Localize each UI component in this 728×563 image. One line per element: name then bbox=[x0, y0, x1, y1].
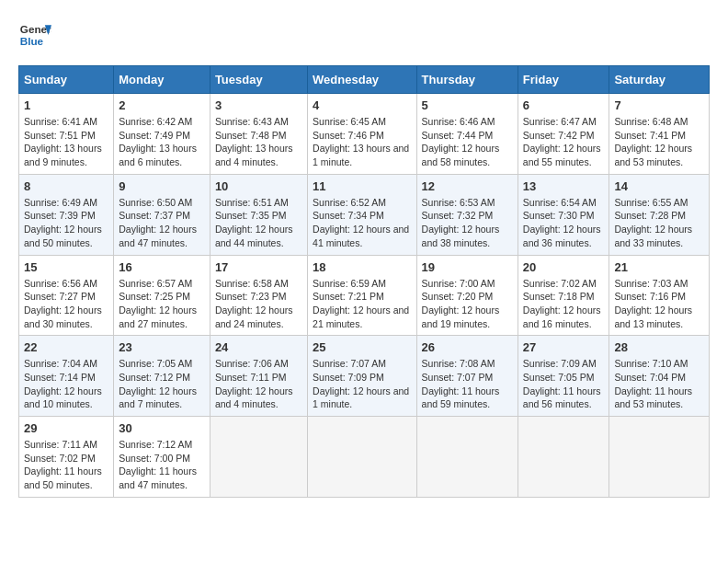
cell-content: Sunrise: 6:48 AMSunset: 7:41 PMDaylight:… bbox=[614, 116, 692, 167]
day-number: 10 bbox=[215, 179, 302, 193]
calendar-cell: 16 Sunrise: 6:57 AMSunset: 7:25 PMDaylig… bbox=[114, 255, 210, 336]
cell-content: Sunrise: 6:54 AMSunset: 7:30 PMDaylight:… bbox=[523, 197, 601, 248]
day-number: 15 bbox=[24, 260, 108, 274]
day-header-saturday: Saturday bbox=[609, 66, 710, 94]
week-row: 8 Sunrise: 6:49 AMSunset: 7:39 PMDayligh… bbox=[19, 174, 710, 255]
calendar-cell: 15 Sunrise: 6:56 AMSunset: 7:27 PMDaylig… bbox=[19, 255, 114, 336]
day-number: 13 bbox=[523, 179, 605, 193]
day-number: 22 bbox=[24, 340, 108, 354]
calendar-cell: 1 Sunrise: 6:41 AMSunset: 7:51 PMDayligh… bbox=[19, 94, 114, 175]
day-number: 2 bbox=[119, 98, 205, 112]
cell-content: Sunrise: 7:02 AMSunset: 7:18 PMDaylight:… bbox=[523, 278, 601, 329]
calendar-cell: 18 Sunrise: 6:59 AMSunset: 7:21 PMDaylig… bbox=[308, 255, 416, 336]
cell-content: Sunrise: 6:50 AMSunset: 7:37 PMDaylight:… bbox=[119, 197, 197, 248]
calendar-cell: 11 Sunrise: 6:52 AMSunset: 7:34 PMDaylig… bbox=[308, 174, 416, 255]
day-header-sunday: Sunday bbox=[19, 66, 114, 94]
calendar-cell bbox=[609, 417, 710, 498]
day-number: 17 bbox=[215, 260, 302, 274]
cell-content: Sunrise: 6:45 AMSunset: 7:46 PMDaylight:… bbox=[313, 116, 409, 167]
day-number: 4 bbox=[313, 98, 411, 112]
calendar-cell: 10 Sunrise: 6:51 AMSunset: 7:35 PMDaylig… bbox=[210, 174, 307, 255]
calendar-cell bbox=[518, 417, 609, 498]
svg-text:Blue: Blue bbox=[20, 35, 44, 47]
calendar-cell: 8 Sunrise: 6:49 AMSunset: 7:39 PMDayligh… bbox=[19, 174, 114, 255]
calendar-cell: 9 Sunrise: 6:50 AMSunset: 7:37 PMDayligh… bbox=[114, 174, 210, 255]
cell-content: Sunrise: 6:49 AMSunset: 7:39 PMDaylight:… bbox=[24, 197, 102, 248]
day-number: 27 bbox=[523, 340, 605, 354]
calendar-cell: 28 Sunrise: 7:10 AMSunset: 7:04 PMDaylig… bbox=[609, 336, 710, 417]
calendar-cell: 4 Sunrise: 6:45 AMSunset: 7:46 PMDayligh… bbox=[308, 94, 416, 175]
cell-content: Sunrise: 7:03 AMSunset: 7:16 PMDaylight:… bbox=[614, 278, 692, 329]
day-number: 8 bbox=[24, 179, 108, 193]
day-number: 9 bbox=[119, 179, 205, 193]
cell-content: Sunrise: 6:41 AMSunset: 7:51 PMDaylight:… bbox=[24, 116, 102, 167]
calendar-cell: 23 Sunrise: 7:05 AMSunset: 7:12 PMDaylig… bbox=[114, 336, 210, 417]
logo: General Blue bbox=[18, 18, 51, 52]
cell-content: Sunrise: 6:47 AMSunset: 7:42 PMDaylight:… bbox=[523, 116, 601, 167]
day-number: 3 bbox=[215, 98, 302, 112]
calendar-cell: 3 Sunrise: 6:43 AMSunset: 7:48 PMDayligh… bbox=[210, 94, 307, 175]
day-number: 1 bbox=[24, 98, 108, 112]
calendar-cell: 7 Sunrise: 6:48 AMSunset: 7:41 PMDayligh… bbox=[609, 94, 710, 175]
cell-content: Sunrise: 6:56 AMSunset: 7:27 PMDaylight:… bbox=[24, 278, 102, 329]
calendar-cell: 30 Sunrise: 7:12 AMSunset: 7:00 PMDaylig… bbox=[114, 417, 210, 498]
day-number: 6 bbox=[523, 98, 605, 112]
cell-content: Sunrise: 6:42 AMSunset: 7:49 PMDaylight:… bbox=[119, 116, 197, 167]
page-header: General Blue bbox=[18, 18, 710, 52]
cell-content: Sunrise: 6:52 AMSunset: 7:34 PMDaylight:… bbox=[313, 197, 409, 248]
day-number: 24 bbox=[215, 340, 302, 354]
day-number: 14 bbox=[614, 179, 704, 193]
cell-content: Sunrise: 7:07 AMSunset: 7:09 PMDaylight:… bbox=[313, 358, 409, 409]
day-header-tuesday: Tuesday bbox=[210, 66, 307, 94]
cell-content: Sunrise: 7:00 AMSunset: 7:20 PMDaylight:… bbox=[422, 278, 500, 329]
week-row: 29 Sunrise: 7:11 AMSunset: 7:02 PMDaylig… bbox=[19, 417, 710, 498]
calendar-cell: 13 Sunrise: 6:54 AMSunset: 7:30 PMDaylig… bbox=[518, 174, 609, 255]
day-number: 11 bbox=[313, 179, 411, 193]
calendar-cell: 29 Sunrise: 7:11 AMSunset: 7:02 PMDaylig… bbox=[19, 417, 114, 498]
cell-content: Sunrise: 6:55 AMSunset: 7:28 PMDaylight:… bbox=[614, 197, 692, 248]
day-number: 19 bbox=[422, 260, 513, 274]
cell-content: Sunrise: 6:51 AMSunset: 7:35 PMDaylight:… bbox=[215, 197, 293, 248]
calendar-cell: 12 Sunrise: 6:53 AMSunset: 7:32 PMDaylig… bbox=[416, 174, 518, 255]
day-number: 23 bbox=[119, 340, 205, 354]
calendar-cell: 21 Sunrise: 7:03 AMSunset: 7:16 PMDaylig… bbox=[609, 255, 710, 336]
day-number: 18 bbox=[313, 260, 411, 274]
calendar-cell: 26 Sunrise: 7:08 AMSunset: 7:07 PMDaylig… bbox=[416, 336, 518, 417]
day-number: 30 bbox=[119, 421, 205, 435]
calendar-cell: 25 Sunrise: 7:07 AMSunset: 7:09 PMDaylig… bbox=[308, 336, 416, 417]
day-header-thursday: Thursday bbox=[416, 66, 518, 94]
header-row: SundayMondayTuesdayWednesdayThursdayFrid… bbox=[19, 66, 710, 94]
cell-content: Sunrise: 7:08 AMSunset: 7:07 PMDaylight:… bbox=[422, 358, 500, 409]
day-number: 21 bbox=[614, 260, 704, 274]
logo-icon: General Blue bbox=[18, 18, 51, 52]
calendar-cell: 22 Sunrise: 7:04 AMSunset: 7:14 PMDaylig… bbox=[19, 336, 114, 417]
calendar-cell bbox=[308, 417, 416, 498]
cell-content: Sunrise: 7:12 AMSunset: 7:00 PMDaylight:… bbox=[119, 439, 197, 490]
cell-content: Sunrise: 6:43 AMSunset: 7:48 PMDaylight:… bbox=[215, 116, 293, 167]
week-row: 15 Sunrise: 6:56 AMSunset: 7:27 PMDaylig… bbox=[19, 255, 710, 336]
calendar-cell: 6 Sunrise: 6:47 AMSunset: 7:42 PMDayligh… bbox=[518, 94, 609, 175]
calendar-cell: 14 Sunrise: 6:55 AMSunset: 7:28 PMDaylig… bbox=[609, 174, 710, 255]
calendar-cell bbox=[416, 417, 518, 498]
day-number: 20 bbox=[523, 260, 605, 274]
day-header-monday: Monday bbox=[114, 66, 210, 94]
calendar-cell bbox=[210, 417, 307, 498]
calendar-cell: 17 Sunrise: 6:58 AMSunset: 7:23 PMDaylig… bbox=[210, 255, 307, 336]
cell-content: Sunrise: 6:53 AMSunset: 7:32 PMDaylight:… bbox=[422, 197, 500, 248]
day-number: 5 bbox=[422, 98, 513, 112]
day-header-wednesday: Wednesday bbox=[308, 66, 416, 94]
day-number: 12 bbox=[422, 179, 513, 193]
cell-content: Sunrise: 7:10 AMSunset: 7:04 PMDaylight:… bbox=[614, 358, 692, 409]
cell-content: Sunrise: 7:06 AMSunset: 7:11 PMDaylight:… bbox=[215, 358, 293, 409]
day-number: 7 bbox=[614, 98, 704, 112]
cell-content: Sunrise: 6:59 AMSunset: 7:21 PMDaylight:… bbox=[313, 278, 409, 329]
calendar-cell: 27 Sunrise: 7:09 AMSunset: 7:05 PMDaylig… bbox=[518, 336, 609, 417]
day-number: 16 bbox=[119, 260, 205, 274]
cell-content: Sunrise: 6:57 AMSunset: 7:25 PMDaylight:… bbox=[119, 278, 197, 329]
day-number: 25 bbox=[313, 340, 411, 354]
calendar-table: SundayMondayTuesdayWednesdayThursdayFrid… bbox=[18, 65, 710, 498]
calendar-cell: 2 Sunrise: 6:42 AMSunset: 7:49 PMDayligh… bbox=[114, 94, 210, 175]
cell-content: Sunrise: 7:05 AMSunset: 7:12 PMDaylight:… bbox=[119, 358, 197, 409]
day-number: 28 bbox=[614, 340, 704, 354]
calendar-cell: 5 Sunrise: 6:46 AMSunset: 7:44 PMDayligh… bbox=[416, 94, 518, 175]
